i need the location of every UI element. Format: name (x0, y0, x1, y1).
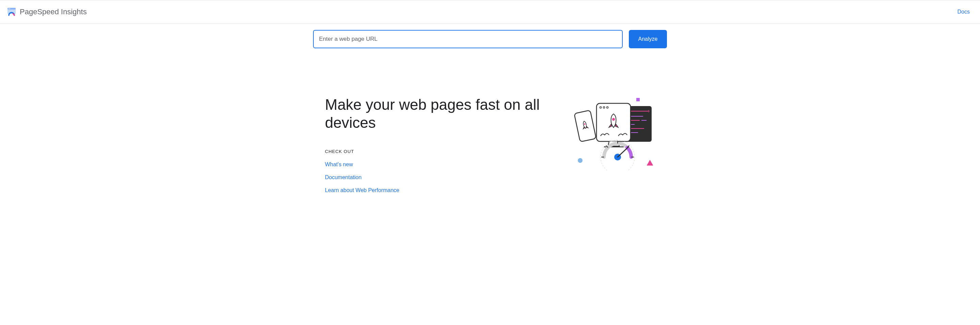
brand[interactable]: PageSpeed Insights (7, 7, 87, 17)
web-performance-link[interactable]: Learn about Web Performance (325, 187, 399, 193)
pagespeed-logo-icon (7, 7, 16, 17)
analyze-button[interactable]: Analyze (629, 30, 667, 48)
search-form: Analyze (0, 30, 980, 48)
svg-line-26 (617, 147, 628, 157)
brand-title: PageSpeed Insights (20, 8, 87, 16)
url-input[interactable] (313, 30, 623, 48)
list-item: Documentation (325, 174, 550, 181)
svg-point-2 (8, 8, 9, 9)
svg-marker-7 (647, 160, 653, 166)
svg-point-20 (612, 118, 615, 120)
header: PageSpeed Insights Docs (0, 0, 980, 24)
main-content: Make your web pages fast on all devices … (318, 96, 662, 200)
whats-new-link[interactable]: What's new (325, 162, 353, 167)
svg-point-5 (578, 158, 582, 163)
svg-rect-4 (636, 98, 640, 101)
headline: Make your web pages fast on all devices (325, 96, 550, 132)
docs-link[interactable]: Docs (958, 9, 970, 15)
hero-illustration (570, 96, 655, 171)
link-list: What's new Documentation Learn about Web… (325, 162, 550, 193)
list-item: What's new (325, 162, 550, 168)
text-section: Make your web pages fast on all devices … (325, 96, 550, 200)
svg-point-3 (10, 8, 10, 9)
documentation-link[interactable]: Documentation (325, 174, 362, 180)
list-item: Learn about Web Performance (325, 187, 550, 193)
checkout-label: CHECK OUT (325, 149, 550, 154)
